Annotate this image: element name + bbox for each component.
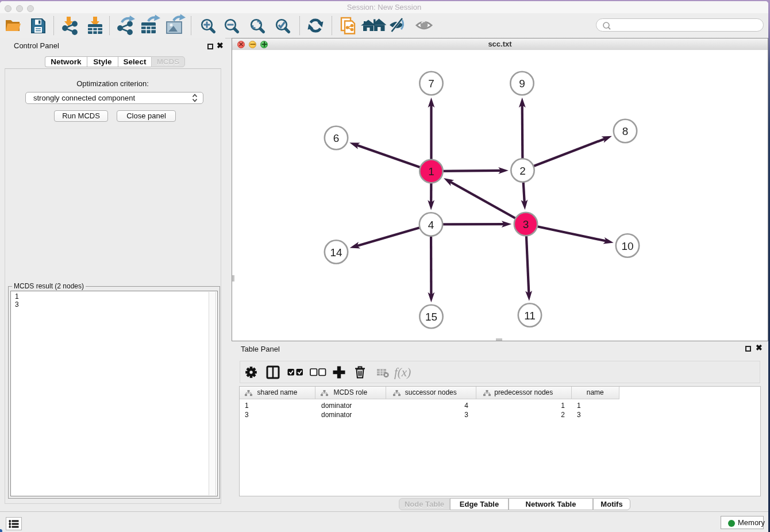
svg-text:4: 4 (428, 219, 434, 231)
svg-text:14: 14 (330, 246, 342, 259)
svg-text:10: 10 (621, 240, 633, 252)
svg-text:6: 6 (333, 132, 340, 144)
svg-text:3: 3 (523, 218, 529, 230)
svg-text:7: 7 (428, 78, 434, 90)
svg-text:15: 15 (425, 311, 437, 323)
svg-text:1: 1 (428, 165, 434, 178)
svg-text:11: 11 (524, 310, 536, 322)
svg-text:8: 8 (622, 125, 629, 137)
svg-text:f(x): f(x) (394, 365, 411, 379)
svg-text:9: 9 (519, 78, 525, 90)
svg-text:2: 2 (519, 165, 526, 177)
